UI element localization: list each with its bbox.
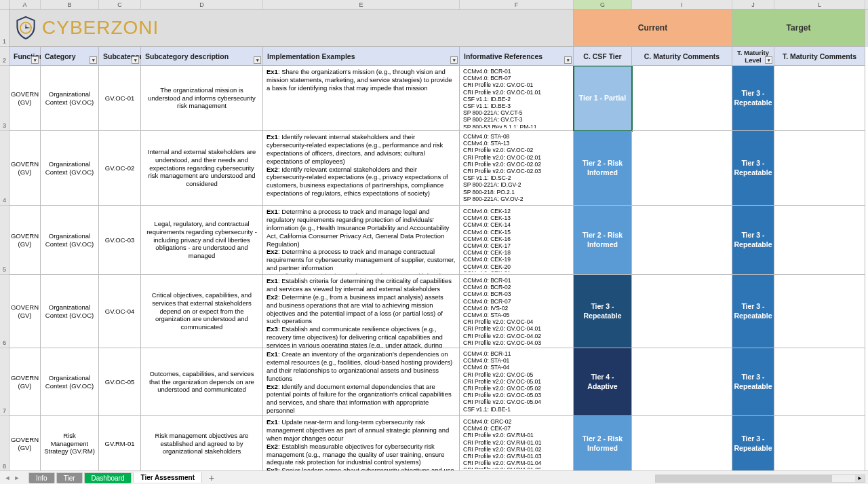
cell-function[interactable]: GOVERN (GV) bbox=[9, 66, 41, 131]
scroll-thumb[interactable] bbox=[656, 475, 832, 482]
cell-informative-references[interactable]: CCMv4.0: GRC-02CCMv4.0: CEK-07CRI Profil… bbox=[460, 416, 574, 470]
tab-add-icon[interactable]: + bbox=[203, 472, 220, 483]
row-7[interactable]: 7 bbox=[0, 348, 9, 416]
cell-current-comments[interactable] bbox=[632, 206, 732, 275]
cell-target-comments[interactable] bbox=[774, 275, 865, 348]
select-all-corner[interactable] bbox=[0, 0, 9, 10]
cell-implementation-examples[interactable]: Ex1: Update near-term and long-term cybe… bbox=[263, 416, 460, 470]
cell-target-tier[interactable]: Tier 3 - Repeatable bbox=[732, 275, 774, 348]
col-J[interactable]: J bbox=[732, 0, 774, 9]
row-3[interactable]: 3 bbox=[0, 66, 9, 131]
row-2[interactable]: 2 bbox=[0, 47, 9, 66]
tab-tier-assessment[interactable]: Tier Assessment bbox=[133, 472, 202, 483]
cell-implementation-examples[interactable]: Ex1: Create an inventory of the organiza… bbox=[263, 348, 460, 416]
cell-current-comments[interactable] bbox=[632, 416, 732, 470]
col-C[interactable]: C bbox=[99, 0, 141, 9]
cell-category[interactable]: Organizational Context (GV.OC) bbox=[41, 206, 99, 275]
cell-category[interactable]: Organizational Context (GV.OC) bbox=[41, 348, 99, 416]
cell-subcategory[interactable]: GV.OC-01 bbox=[99, 66, 141, 131]
filter-icon[interactable]: ▾ bbox=[132, 56, 139, 64]
cell-current-comments[interactable]: ▾ bbox=[632, 66, 732, 131]
cell-function[interactable]: GOVERN (GV) bbox=[9, 131, 41, 206]
cell-informative-references[interactable]: CCMv4.0: BCR-01CCMv4.0: BCR-07CRI Profil… bbox=[460, 66, 574, 131]
cell-target-comments[interactable] bbox=[774, 348, 865, 416]
cell-subcategory[interactable]: GV.RM-01 bbox=[99, 416, 141, 470]
row-5[interactable]: 5 bbox=[0, 206, 9, 275]
filter-icon[interactable]: ▾ bbox=[450, 56, 458, 64]
cell-target-tier[interactable]: Tier 3 - Repeatable bbox=[732, 131, 774, 206]
grid-scroll-area[interactable]: CYBERZONI Current Target Function▾ Categ… bbox=[9, 10, 868, 470]
cell-target-comments[interactable] bbox=[774, 206, 865, 275]
cell-current-tier[interactable]: Tier 3 - Repeatable bbox=[574, 275, 632, 348]
tab-nav-next-icon[interactable]: ► bbox=[12, 474, 22, 481]
hdr-t-maturity-level[interactable]: T. Maturity Level▾ bbox=[732, 47, 774, 66]
cell-function[interactable]: GOVERN (GV) bbox=[9, 416, 41, 470]
cell-current-tier[interactable]: Tier 2 - Risk Informed bbox=[574, 206, 632, 275]
filter-icon[interactable]: ▾ bbox=[564, 56, 572, 64]
cell-informative-references[interactable]: CCMv4.0: BCR-11CCMv4.0: STA-01CCMv4.0: S… bbox=[460, 348, 574, 416]
filter-icon[interactable]: ▾ bbox=[765, 56, 772, 64]
hdr-implementation-examples[interactable]: Implementation Examples▾ bbox=[263, 47, 460, 66]
cell-current-comments[interactable] bbox=[632, 131, 732, 206]
cell-target-tier[interactable]: Tier 3 - Repeatable bbox=[732, 66, 774, 131]
tab-tier[interactable]: Tier bbox=[56, 472, 83, 483]
cell-target-tier[interactable]: Tier 3 - Repeatable bbox=[732, 348, 774, 416]
col-G[interactable]: G bbox=[574, 0, 632, 9]
cell-implementation-examples[interactable]: Ex1: Share the organization's mission (e… bbox=[263, 66, 460, 131]
cell-current-tier[interactable]: Tier 4 - Adaptive bbox=[574, 348, 632, 416]
col-A[interactable]: A bbox=[9, 0, 41, 9]
cell-description[interactable]: The organizational mission is understood… bbox=[141, 66, 263, 131]
col-L[interactable]: L bbox=[774, 0, 865, 9]
hdr-informative-references[interactable]: Informative References▾ bbox=[460, 47, 574, 66]
hdr-function[interactable]: Function▾ bbox=[9, 47, 41, 66]
cell-current-tier[interactable]: Tier 2 - Risk Informed bbox=[574, 416, 632, 470]
cell-current-tier[interactable]: Tier 2 - Risk Informed bbox=[574, 131, 632, 206]
col-F[interactable]: F bbox=[460, 0, 574, 9]
filter-icon[interactable]: ▾ bbox=[90, 56, 97, 64]
cell-function[interactable]: GOVERN (GV) bbox=[9, 275, 41, 348]
cell-description[interactable]: Outcomes, capabilities, and services tha… bbox=[141, 348, 263, 416]
row-6[interactable]: 6 bbox=[0, 275, 9, 348]
tab-nav-prev-icon[interactable]: ◄ bbox=[3, 474, 12, 481]
tab-dashboard[interactable]: Dashboard bbox=[84, 472, 132, 483]
row-1[interactable]: 1 bbox=[0, 10, 9, 47]
row-8[interactable]: 8 bbox=[0, 416, 9, 470]
hdr-c-csf-tier[interactable]: C. CSF Tier bbox=[574, 47, 632, 66]
cell-current-comments[interactable] bbox=[632, 348, 732, 416]
cell-category[interactable]: Organizational Context (GV.OC) bbox=[41, 66, 99, 131]
cell-description[interactable]: Legal, regulatory, and contractual requi… bbox=[141, 206, 263, 275]
filter-icon[interactable]: ▾ bbox=[254, 56, 261, 64]
filter-icon[interactable]: ▾ bbox=[31, 56, 39, 64]
cell-subcategory[interactable]: GV.OC-05 bbox=[99, 348, 141, 416]
cell-informative-references[interactable]: CCMv4.0: CEK-12CCMv4.0: CEK-13CCMv4.0: C… bbox=[460, 206, 574, 275]
hdr-c-maturity-comments[interactable]: C. Maturity Comments bbox=[632, 47, 732, 66]
hdr-t-maturity-comments[interactable]: T. Maturity Comments bbox=[774, 47, 865, 66]
cell-description[interactable]: Risk management objectives are establish… bbox=[141, 416, 263, 470]
cell-informative-references[interactable]: CCMv4.0: BCR-01CCMv4.0: BCR-02CCMv4.0: B… bbox=[460, 275, 574, 348]
cell-target-tier[interactable]: Tier 3 - Repeatable bbox=[732, 206, 774, 275]
cell-implementation-examples[interactable]: Ex1: Determine a process to track and ma… bbox=[263, 206, 460, 275]
cell-description[interactable]: Critical objectives, capabilities, and s… bbox=[141, 275, 263, 348]
cell-implementation-examples[interactable]: Ex1: Establish criteria for determining … bbox=[263, 275, 460, 348]
cell-subcategory[interactable]: GV.OC-03 bbox=[99, 206, 141, 275]
cell-target-comments[interactable] bbox=[774, 131, 865, 206]
cell-function[interactable]: GOVERN (GV) bbox=[9, 348, 41, 416]
horizontal-scrollbar[interactable]: ◄ ► bbox=[655, 474, 865, 483]
hdr-category[interactable]: Category▾ bbox=[41, 47, 99, 66]
cell-target-comments[interactable] bbox=[774, 416, 865, 470]
cell-category[interactable]: Risk Management Strategy (GV.RM) bbox=[41, 416, 99, 470]
cell-category[interactable]: Organizational Context (GV.OC) bbox=[41, 131, 99, 206]
hdr-subcategory[interactable]: Subcategory▾ bbox=[99, 47, 141, 66]
cell-description[interactable]: Internal and external stakeholders are u… bbox=[141, 131, 263, 206]
cell-subcategory[interactable]: GV.OC-04 bbox=[99, 275, 141, 348]
tab-info[interactable]: Info bbox=[28, 472, 55, 483]
cell-target-comments[interactable] bbox=[774, 66, 865, 131]
row-4[interactable]: 4 bbox=[0, 131, 9, 206]
scroll-right-icon[interactable]: ► bbox=[855, 475, 865, 482]
cell-function[interactable]: GOVERN (GV) bbox=[9, 206, 41, 275]
col-E[interactable]: E bbox=[263, 0, 460, 9]
cell-current-tier[interactable]: Tier 1 - Partial bbox=[574, 66, 632, 131]
cell-category[interactable]: Organizational Context (GV.OC) bbox=[41, 275, 99, 348]
hdr-subcategory-description[interactable]: Subcategory description▾ bbox=[141, 47, 263, 66]
col-D[interactable]: D bbox=[141, 0, 263, 9]
